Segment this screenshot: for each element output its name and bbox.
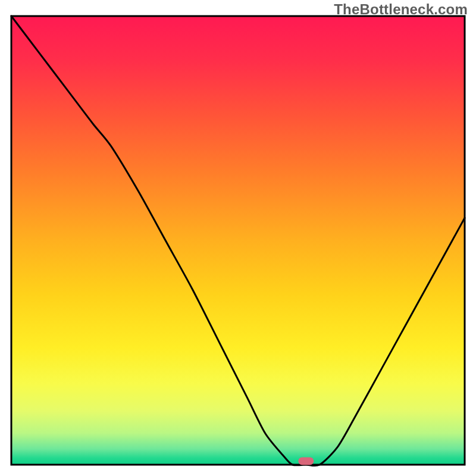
plot-background — [11, 16, 465, 465]
optimal-point-marker — [298, 457, 314, 465]
watermark-text: TheBottleneck.com — [334, 1, 468, 18]
chart-svg — [0, 0, 476, 476]
bottleneck-chart: TheBottleneck.com — [0, 0, 476, 476]
